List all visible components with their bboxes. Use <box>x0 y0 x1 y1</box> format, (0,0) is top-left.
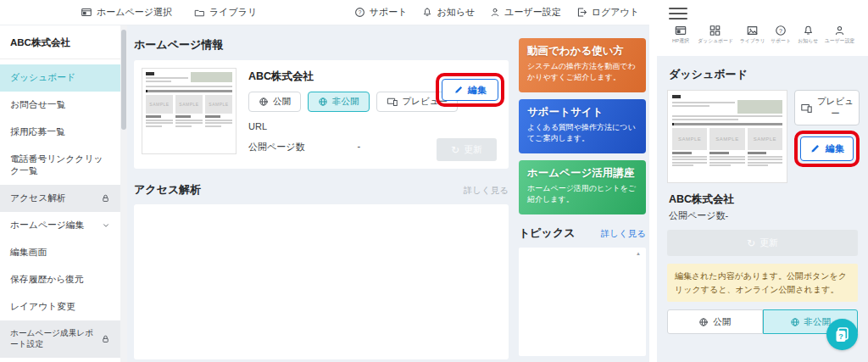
topics-more-link[interactable]: 詳しく見る <box>601 228 646 240</box>
sidebar-item-label: 採用応募一覧 <box>10 126 65 138</box>
mobile-nav-notice[interactable]: お知らせ <box>796 25 820 45</box>
browser-icon <box>81 7 92 18</box>
mobile-nav-dashboard[interactable]: ダッシュボード <box>696 25 735 45</box>
globe-icon <box>318 97 328 107</box>
access-analytics-more-link[interactable]: 詳しく見る <box>464 185 509 197</box>
homepage-info-card: SAMPLE SAMPLE SAMPLE ABC株式会社 公開 非公開 <box>134 60 509 169</box>
sidebar-item-report-settings[interactable]: ホームページ成果レポート設定 <box>0 320 120 358</box>
url-label: URL <box>248 121 267 131</box>
hamburger-menu-icon[interactable] <box>669 8 687 19</box>
globe-icon <box>790 317 800 327</box>
sidebar-item-homepage-edit[interactable]: ホームページ編集 <box>0 212 120 239</box>
mobile-nav-support[interactable]: ? サポート <box>769 25 793 45</box>
access-analytics-header: アクセス解析 詳しく見る <box>134 182 509 198</box>
sidebar-item-label: ホームページ編集 <box>10 220 84 231</box>
sidebar-item-restore-history[interactable]: 保存履歴から復元 <box>0 266 120 293</box>
thumbnail-sample-boxes: SAMPLE SAMPLE SAMPLE <box>146 95 232 114</box>
mobile-page-title: ダッシュボード <box>657 56 868 90</box>
notice-link[interactable]: お知らせ <box>422 6 475 19</box>
pages-label: 公開ページ数 <box>248 141 305 153</box>
top-nav-left: ホームページ選択 ライブラリ <box>81 6 257 19</box>
user-settings-label: ユーザー設定 <box>504 6 561 19</box>
pages-value: - <box>726 210 729 220</box>
mobile-nav-hp-select[interactable]: HP選択 <box>669 25 693 45</box>
edit-highlight-annotation: 編集 <box>436 73 504 107</box>
sidebar-item-layout-change[interactable]: レイアウト変更 <box>0 293 120 320</box>
lock-icon <box>101 334 110 344</box>
sample-box: SAMPLE <box>205 95 232 114</box>
edit-button[interactable]: 編集 <box>442 79 498 101</box>
help-fab-button[interactable]: ? <box>826 319 858 350</box>
support-link[interactable]: ? サポート <box>354 6 408 19</box>
globe-icon <box>259 97 269 107</box>
mobile-update-button[interactable]: ↻ 更新 <box>667 230 858 256</box>
unpublish-button[interactable]: 非公開 <box>308 92 370 112</box>
thumbnail-text-columns <box>672 152 782 168</box>
logout-icon <box>576 7 587 18</box>
svg-text:?: ? <box>358 9 361 15</box>
pencil-icon <box>810 143 821 154</box>
sidebar-scrollbar[interactable] <box>120 25 127 362</box>
mobile-card-actions: プレビュー 編集 <box>794 90 860 167</box>
access-analytics-title: アクセス解析 <box>134 182 201 198</box>
sidebar-item-profile-settings[interactable]: プロフィール設定 <box>0 358 120 362</box>
svg-text:?: ? <box>780 28 783 34</box>
refresh-icon: ↻ <box>747 238 755 248</box>
thumbnail-text-columns <box>146 115 232 128</box>
bell-icon <box>422 7 432 18</box>
pencil-icon <box>453 85 464 95</box>
mobile-unpublished-warning: 編集された内容があります。公開ボタンをクリックすると、オンライン公開されます。 <box>667 264 858 302</box>
topics-header: トピックス 詳しく見る <box>519 226 646 241</box>
sidebar-item-label: 編集画面 <box>10 247 47 259</box>
library-label: ライブラリ <box>209 6 257 19</box>
sidebar-item-label: ホームページ成果レポート設定 <box>10 328 101 350</box>
refresh-icon: ↻ <box>451 145 459 155</box>
scrollbar-thumb[interactable] <box>121 30 126 130</box>
mobile-preview-button[interactable]: プレビュー <box>794 90 860 125</box>
promo-card-utilization-course[interactable]: ホームページ活用講座 ホームページ活用のヒントをご紹介します。 <box>519 160 646 214</box>
mobile-publish-button[interactable]: 公開 <box>667 309 763 334</box>
publish-button[interactable]: 公開 <box>248 92 301 112</box>
user-settings-link[interactable]: ユーザー設定 <box>490 6 561 19</box>
mobile-nav-user-settings[interactable]: ユーザー設定 <box>823 25 856 45</box>
logout-link[interactable]: ログアウト <box>576 6 639 19</box>
sidebar-item-applications[interactable]: 採用応募一覧 <box>0 119 120 146</box>
promo-description: よくある質問や操作方法についてご案内します。 <box>527 122 637 143</box>
sample-box: SAMPLE <box>709 128 744 150</box>
sidebar-item-access-analytics[interactable]: アクセス解析 <box>0 185 120 212</box>
grid-icon <box>709 25 721 36</box>
promo-title: サポートサイト <box>527 106 637 119</box>
sidebar-item-label: 電話番号リンククリック一覧 <box>10 153 110 177</box>
topics-panel: ▲ <box>519 248 646 356</box>
sample-box: SAMPLE <box>146 95 173 114</box>
question-circle-icon: ? <box>775 25 787 36</box>
sidebar-item-dashboard[interactable]: ダッシュボード <box>0 64 120 92</box>
mobile-edit-button[interactable]: 編集 <box>800 136 854 161</box>
thumbnail-hero-image <box>737 100 782 114</box>
library-link[interactable]: ライブラリ <box>194 6 257 19</box>
promo-description: システムの操作方法を動画でわかりやすくご紹介します。 <box>527 61 637 82</box>
site-thumbnail: SAMPLE SAMPLE SAMPLE <box>142 68 236 154</box>
sidebar-item-label: レイアウト変更 <box>10 301 75 313</box>
sample-box: SAMPLE <box>175 95 203 114</box>
mobile-site-thumbnail: SAMPLE SAMPLE SAMPLE <box>667 90 787 183</box>
mobile-nav-library[interactable]: ライブラリ <box>738 25 766 45</box>
sidebar-item-label: アクセス解析 <box>10 192 66 204</box>
sidebar-item-inquiries[interactable]: お問合せ一覧 <box>0 92 120 119</box>
sidebar-item-phone-clicks[interactable]: 電話番号リンククリック一覧 <box>0 146 120 185</box>
homepage-select-link[interactable]: ホームページ選択 <box>81 6 172 19</box>
access-analytics-panel <box>134 204 509 359</box>
logout-label: ログアウト <box>592 6 639 19</box>
promo-card-support-site[interactable]: サポートサイト よくある質問や操作方法についてご案内します。 <box>519 99 646 153</box>
sidebar-item-edit-screen[interactable]: 編集画面 <box>0 239 120 266</box>
promo-card-video-guide[interactable]: 動画でわかる使い方 システムの操作方法を動画でわかりやすくご紹介します。 <box>519 38 646 92</box>
bell-icon <box>803 25 814 36</box>
pages-value: - <box>358 141 361 153</box>
thumbnail-logo <box>672 95 681 98</box>
devices-icon <box>387 97 398 107</box>
scroll-up-arrow-icon[interactable]: ▲ <box>636 251 641 256</box>
update-button[interactable]: ↻ 更新 <box>437 138 497 161</box>
thumbnail-logo <box>146 72 154 75</box>
sidebar-item-label: 保存履歴から復元 <box>10 274 84 286</box>
person-icon <box>834 25 845 36</box>
